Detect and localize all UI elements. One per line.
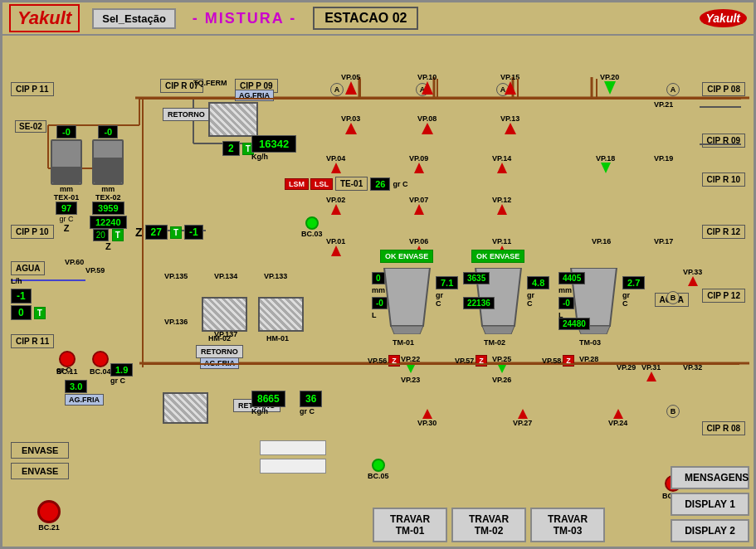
bc04-container: BC.04 <box>90 351 111 376</box>
right-buttons: MENSAGENS DISPLAY 1 DISPLAY 2 <box>671 466 749 542</box>
vp22-label: VP.22 <box>401 355 420 363</box>
vp17-label: VP.17 <box>654 237 673 245</box>
vp136-label: VP.136 <box>164 318 188 326</box>
hm02-label: HM-02 <box>208 334 231 343</box>
travar-tm01-line1: TRAVAR <box>390 513 430 525</box>
tex01-value: -0 <box>56 125 76 138</box>
tm01-L-val: -0 <box>372 297 388 309</box>
bc05-label: BC.05 <box>368 472 389 480</box>
tex02-value: -0 <box>98 125 118 138</box>
val-0b: 0 <box>11 305 32 320</box>
val19-grc: gr C <box>110 377 133 385</box>
vp10-drop <box>437 79 438 100</box>
travar-tm01-line2: TM-01 <box>396 525 425 537</box>
mensagens-btn[interactable]: MENSAGENS <box>671 466 749 489</box>
vp26-area: VP.26 <box>492 376 511 384</box>
envase1-container[interactable]: ENVASE <box>11 442 69 459</box>
mid-main-pipe <box>142 363 739 365</box>
hm02-body <box>202 297 247 332</box>
envase2-btn[interactable]: ENVASE <box>11 463 69 479</box>
tex01-z: Z <box>64 223 70 233</box>
travar-tm02-btn[interactable]: TRAVAR TM-02 <box>451 508 526 542</box>
val-minus1b: -1 <box>11 289 32 304</box>
vp24-area: VP.24 <box>608 409 627 427</box>
vp10-indicator <box>422 81 433 95</box>
tm03-grc-val: 2.7 <box>622 276 645 289</box>
vp12-indicator <box>497 204 507 215</box>
tex02-container: -0 mm TEX-02 3959 12240 20 T Z <box>90 125 127 251</box>
bc04-indicator <box>92 351 109 367</box>
cip-p08-pipe <box>700 106 741 108</box>
travar-tm03-btn[interactable]: TRAVAR TM-03 <box>530 508 605 542</box>
tm01-grc-val: 7.1 <box>436 276 458 289</box>
bc03-indicator <box>305 216 319 230</box>
agua-label: AGUA <box>11 261 45 275</box>
vp07-area: VP.07 <box>409 196 428 215</box>
cip-r08-label: CIP R 08 <box>702 421 745 435</box>
val30-container: 3.0 <box>65 380 87 393</box>
vp14-area: VP.14 <box>492 154 511 173</box>
vp05-drop <box>359 79 361 100</box>
circle-a-far: A <box>666 83 680 96</box>
tqferm-label: TQ.FERM <box>193 79 227 87</box>
vp60-label: VP.60 <box>65 258 84 266</box>
display2-btn[interactable]: DISPLAY 2 <box>671 519 749 542</box>
se02-label: SE-02 <box>15 120 46 133</box>
vp30-label: VP.30 <box>417 419 437 427</box>
val19-container: 1.9 gr C <box>110 363 133 385</box>
t-indicator-2: T <box>170 226 182 239</box>
vp24-label: VP.24 <box>608 419 627 427</box>
envase2-container[interactable]: ENVASE <box>11 463 69 479</box>
vp20-indicator <box>604 81 616 95</box>
vp05-label: VP.05 <box>341 73 360 81</box>
tm02-grc-unit: gr C <box>527 291 534 308</box>
tex01-gr: 97 <box>56 202 77 215</box>
tex02-tank <box>92 139 124 185</box>
envase1-btn[interactable]: ENVASE <box>11 442 69 459</box>
val-30: 3.0 <box>65 380 87 393</box>
vp09-label: VP.09 <box>409 154 428 163</box>
bc21-label: BC.21 <box>38 523 60 532</box>
tm01-label: TM-01 <box>393 338 414 347</box>
lh-label: L/h <box>11 277 45 285</box>
vp31-area: VP.31 <box>641 363 661 381</box>
travar-tm01-btn[interactable]: TRAVAR TM-01 <box>373 508 447 542</box>
vp59-area: VP.59 <box>85 266 105 274</box>
vp23-label: VP.23 <box>401 376 420 384</box>
vp08-area: VP.08 <box>417 114 437 134</box>
36-grc-label: gr C <box>300 407 322 415</box>
vp03-label: VP.03 <box>341 114 360 123</box>
vp14-indicator <box>497 163 507 173</box>
vp30-ind <box>422 409 432 419</box>
vp134-label: VP.134 <box>214 272 237 280</box>
vp04-indicator <box>331 163 341 173</box>
bc11-indicator <box>59 351 76 367</box>
vp20-label: VP.20 <box>600 73 619 81</box>
bc21-indicator <box>37 500 61 523</box>
yakult-logo-left: Yakult <box>9 4 80 32</box>
travar-tm03-line2: TM-03 <box>554 525 583 537</box>
vp13-area: VP.13 <box>500 114 519 134</box>
white-rect-2 <box>260 459 326 474</box>
display1-btn[interactable]: DISPLAY 1 <box>671 493 749 516</box>
retorno-mid: RETORNO <box>196 345 243 358</box>
sel-estacao-button[interactable]: Sel_Estação <box>92 8 176 29</box>
vp02-indicator <box>331 204 341 215</box>
tm03-mm-unit: mm <box>558 286 572 294</box>
travar-tm02-line1: TRAVAR <box>469 513 509 525</box>
ok-envase-tm02: OK ENVASE <box>471 250 524 263</box>
header: Yakult Sel_Estação - MISTURA - ESTACAO 0… <box>2 2 754 36</box>
val-minus1: -1 <box>184 225 203 240</box>
vp15-indicator <box>505 81 516 95</box>
val-8665: 8665 <box>251 391 285 407</box>
vp27-ind <box>518 409 528 419</box>
tex02-12240: 12240 <box>90 216 127 229</box>
val2-t-container: 2 T <box>222 141 254 156</box>
cip-p11-label: CIP P 11 <box>11 82 54 96</box>
vp24-ind <box>613 409 623 419</box>
vp18-area: VP.18 <box>596 154 615 173</box>
vp133-label: VP.133 <box>264 272 287 280</box>
tex01-tank <box>51 139 82 185</box>
tex01-grc: gr C <box>59 215 73 223</box>
vp59-label: VP.59 <box>85 266 105 274</box>
